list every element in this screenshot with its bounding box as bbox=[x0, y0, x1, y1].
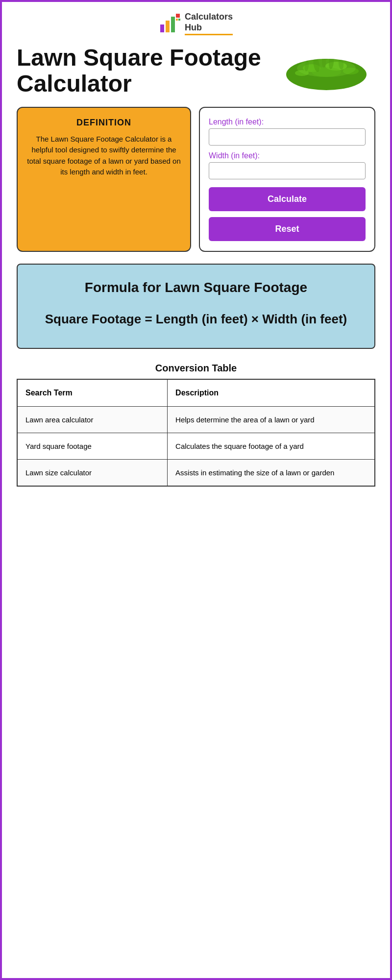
table-cell-desc-1: Helps determine the area of a lawn or ya… bbox=[168, 406, 375, 433]
svg-point-18 bbox=[297, 59, 356, 77]
width-field-group: Width (in feet): bbox=[209, 151, 366, 179]
table-cell-term-2: Yard square footage bbox=[17, 433, 168, 459]
conversion-table-title: Conversion Table bbox=[17, 363, 375, 374]
formula-box: Formula for Lawn Square Footage Square F… bbox=[17, 264, 375, 349]
page-title: Lawn Square Footage Calculator bbox=[17, 45, 272, 97]
grass-image bbox=[277, 45, 375, 94]
reset-button[interactable]: Reset bbox=[209, 217, 366, 241]
grass-svg bbox=[282, 48, 370, 92]
table-row: Lawn area calculator Helps determine the… bbox=[17, 406, 375, 433]
title-row: Lawn Square Footage Calculator bbox=[17, 45, 375, 97]
calculate-button[interactable]: Calculate bbox=[209, 187, 366, 211]
definition-heading: DEFINITION bbox=[25, 118, 182, 128]
table-cell-desc-2: Calculates the square footage of a yard bbox=[168, 433, 375, 459]
svg-rect-2 bbox=[171, 17, 175, 32]
table-header-term: Search Term bbox=[17, 379, 168, 407]
table-cell-term-3: Lawn size calculator bbox=[17, 459, 168, 486]
definition-box: DEFINITION The Lawn Square Footage Calcu… bbox=[17, 107, 191, 252]
svg-rect-5 bbox=[178, 19, 180, 21]
calculator-box: Length (in feet): Width (in feet): Calcu… bbox=[199, 107, 375, 252]
svg-rect-3 bbox=[176, 14, 180, 18]
logo-area: Calculators Hub bbox=[17, 12, 375, 35]
table-cell-term-1: Lawn area calculator bbox=[17, 406, 168, 433]
length-input[interactable] bbox=[209, 128, 366, 146]
definition-text: The Lawn Square Footage Calculator is a … bbox=[25, 134, 182, 178]
formula-equation: Square Footage = Length (in feet) × Widt… bbox=[27, 310, 365, 328]
formula-title: Formula for Lawn Square Footage bbox=[27, 279, 365, 296]
table-row: Lawn size calculator Assists in estimati… bbox=[17, 459, 375, 486]
svg-rect-4 bbox=[176, 19, 178, 21]
conversion-table: Search Term Description Lawn area calcul… bbox=[17, 379, 375, 487]
length-label: Length (in feet): bbox=[209, 118, 366, 126]
table-header-desc: Description bbox=[168, 379, 375, 407]
logo-icon bbox=[159, 13, 181, 34]
table-cell-desc-3: Assists in estimating the size of a lawn… bbox=[168, 459, 375, 486]
logo-text: Calculators Hub bbox=[185, 12, 233, 35]
table-row: Yard square footage Calculates the squar… bbox=[17, 433, 375, 459]
width-input[interactable] bbox=[209, 162, 366, 179]
def-calc-row: DEFINITION The Lawn Square Footage Calcu… bbox=[17, 107, 375, 252]
length-field-group: Length (in feet): bbox=[209, 118, 366, 146]
table-header-row: Search Term Description bbox=[17, 379, 375, 407]
logo-underline bbox=[185, 34, 233, 35]
width-label: Width (in feet): bbox=[209, 151, 366, 160]
svg-rect-1 bbox=[166, 21, 170, 32]
svg-rect-0 bbox=[160, 24, 164, 32]
